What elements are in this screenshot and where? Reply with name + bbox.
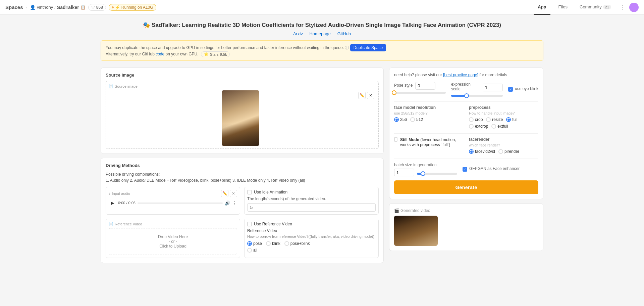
volume-button[interactable]: 🔊 bbox=[225, 201, 230, 206]
ref-blink-radio[interactable] bbox=[266, 241, 271, 246]
facevid2vid-radio[interactable] bbox=[469, 149, 474, 154]
use-ref-video-checkbox[interactable] bbox=[247, 222, 252, 226]
generate-button[interactable]: Generate bbox=[394, 180, 538, 194]
drop-click: Click to Upload bbox=[159, 244, 186, 249]
face-model-sub: use 256/512 model? bbox=[394, 111, 464, 115]
running-text: ⚡ bbox=[115, 5, 120, 10]
github-link[interactable]: GitHub bbox=[337, 31, 351, 36]
face-model-options: 256 512 bbox=[394, 117, 464, 122]
idle-animation-label: Use Idle Animation bbox=[254, 190, 287, 194]
preprocess-resize-radio[interactable] bbox=[486, 117, 491, 122]
batch-size-input[interactable] bbox=[394, 169, 414, 176]
preprocess-extcrop-option[interactable]: extcrop bbox=[469, 124, 488, 129]
tab-files[interactable]: Files bbox=[554, 0, 572, 15]
idle-animation-checkbox[interactable] bbox=[247, 190, 252, 194]
ref-all-radio[interactable] bbox=[247, 248, 252, 253]
code-link[interactable]: code bbox=[156, 52, 164, 56]
info-text3: on your own GPU. bbox=[166, 52, 199, 56]
still-mode-row[interactable]: Still Mode (fewer head motion, works wit… bbox=[394, 137, 464, 147]
length-input[interactable] bbox=[247, 203, 376, 212]
batch-size-slider-track[interactable] bbox=[417, 173, 457, 175]
arxiv-link[interactable]: Arxiv bbox=[293, 31, 303, 36]
facerender-options: facevid2vid pirender bbox=[469, 149, 538, 154]
pose-style-group: Pose style bbox=[394, 82, 446, 97]
settings-help: need help? please visit our [best practi… bbox=[394, 73, 538, 77]
info-text: You may duplicate the space and upgrade … bbox=[106, 45, 344, 50]
edit-image-button[interactable]: ✏️ bbox=[358, 92, 366, 99]
preprocess-full-option[interactable]: full bbox=[506, 117, 517, 122]
ref-pose-option[interactable]: pose bbox=[247, 241, 262, 246]
play-button[interactable]: ▶ bbox=[109, 199, 116, 207]
avatar[interactable] bbox=[629, 3, 639, 12]
pose-style-slider-track[interactable] bbox=[394, 92, 446, 94]
like-count: 868 bbox=[96, 5, 103, 10]
audio-remove-button[interactable]: ✕ bbox=[230, 190, 237, 197]
ref-blink-option[interactable]: blink bbox=[266, 241, 280, 246]
homepage-link[interactable]: Homepage bbox=[309, 31, 331, 36]
video-icon: 🎬 bbox=[394, 208, 399, 213]
video-length-label: The length(seconds) of the generated vid… bbox=[247, 196, 376, 201]
tab-community[interactable]: Community 21 bbox=[576, 0, 615, 15]
still-facerender-row: Still Mode (fewer head motion, works wit… bbox=[394, 137, 538, 154]
ref-pose-radio[interactable] bbox=[247, 241, 252, 246]
audio-panel: ♪ Input audio ✏️ ✕ ▶ 0:00 / 0:06 bbox=[106, 187, 240, 215]
subtitle-links: Arxiv Homepage GitHub bbox=[101, 31, 543, 36]
ref-all-option[interactable]: all bbox=[247, 248, 257, 253]
preprocess-resize-option[interactable]: resize bbox=[486, 117, 503, 122]
face-512-radio[interactable] bbox=[410, 117, 415, 122]
pose-style-input[interactable] bbox=[415, 82, 435, 90]
source-image-dropzone[interactable]: 📄 Source image ✏️ ✕ bbox=[106, 81, 379, 149]
more-button[interactable]: ⋮ bbox=[619, 4, 625, 11]
preprocess-extfull-radio[interactable] bbox=[491, 124, 496, 129]
pirender-radio[interactable] bbox=[498, 149, 503, 154]
face-512-option[interactable]: 512 bbox=[410, 117, 423, 122]
eye-blink-label: use eye blink bbox=[515, 86, 538, 91]
title-text: SadTalker: Learning Realistic 3D Motion … bbox=[152, 22, 501, 28]
face-256-option[interactable]: 256 bbox=[394, 117, 407, 122]
expression-scale-input[interactable] bbox=[483, 84, 503, 91]
like-button[interactable]: ♡ 868 bbox=[88, 4, 106, 11]
ref-poseblink-option[interactable]: pose+blink bbox=[284, 241, 310, 246]
expression-scale-slider-thumb[interactable] bbox=[464, 93, 469, 98]
music-icon: ♪ bbox=[109, 191, 111, 195]
face-preprocess-row: face model resolution use 256/512 model?… bbox=[394, 105, 538, 129]
two-column-layout: Source image 📄 Source image ✏️ ✕ bbox=[101, 68, 543, 263]
still-mode-checkbox[interactable] bbox=[394, 137, 397, 142]
heart-icon: ♡ bbox=[91, 5, 95, 10]
remove-image-button[interactable]: ✕ bbox=[367, 92, 374, 99]
ref-poseblink-radio[interactable] bbox=[284, 241, 289, 246]
batch-size-slider-thumb[interactable] bbox=[421, 171, 425, 176]
facevid2vid-option[interactable]: facevid2vid bbox=[469, 149, 495, 154]
eye-blink-checkbox[interactable]: ✓ bbox=[508, 87, 513, 92]
audio-edit-button[interactable]: ✏️ bbox=[221, 190, 228, 197]
preprocess-extcrop-radio[interactable] bbox=[469, 124, 474, 129]
community-badge: 21 bbox=[603, 5, 611, 9]
preprocess-row2: extcrop extfull bbox=[469, 124, 538, 129]
preprocess-full-radio[interactable] bbox=[506, 117, 511, 122]
reference-video-dropzone[interactable]: Drop Video Here - or - Click to Upload bbox=[109, 228, 237, 255]
preprocess-crop-radio[interactable] bbox=[469, 117, 474, 122]
preprocess-extfull-option[interactable]: extfull bbox=[491, 124, 508, 129]
preprocess-label: preprocess bbox=[469, 105, 538, 110]
user-link[interactable]: 👤 vinthony / SadTalker 📋 bbox=[30, 5, 86, 10]
best-practice-link[interactable]: [best practice page] bbox=[443, 73, 478, 77]
running-badge: ⚡ Running on A10G bbox=[109, 4, 156, 11]
gfpgan-checkbox[interactable]: ✓ bbox=[463, 167, 467, 172]
preprocess-crop-option[interactable]: crop bbox=[469, 117, 483, 122]
reference-options-panel: Use Reference Video Reference Video How … bbox=[244, 219, 379, 258]
pirender-option[interactable]: pirender bbox=[498, 149, 519, 154]
audio-menu-button[interactable]: ⋮ bbox=[232, 200, 237, 206]
face-256-radio[interactable] bbox=[394, 117, 399, 122]
expression-scale-slider-track[interactable] bbox=[451, 95, 503, 97]
tab-app[interactable]: App bbox=[534, 0, 550, 15]
idle-animation-row[interactable]: Use Idle Animation bbox=[247, 190, 376, 194]
duplicate-space-button[interactable]: Duplicate Space bbox=[350, 44, 386, 51]
image-container: ✏️ ✕ bbox=[109, 90, 376, 146]
ref-video-options: pose blink pose+blink bbox=[247, 241, 376, 246]
batch-size-group: batch size in generation bbox=[394, 162, 457, 176]
source-image-panel: Source image 📄 Source image ✏️ ✕ bbox=[101, 68, 384, 154]
gfpgan-group: ✓ GFPGAN as Face enhancer bbox=[463, 166, 520, 172]
use-ref-video-row[interactable]: Use Reference Video bbox=[247, 222, 376, 226]
pose-style-slider-thumb[interactable] bbox=[392, 90, 396, 95]
driving-methods-panel: Driving Methods Possible driving combina… bbox=[101, 158, 384, 263]
